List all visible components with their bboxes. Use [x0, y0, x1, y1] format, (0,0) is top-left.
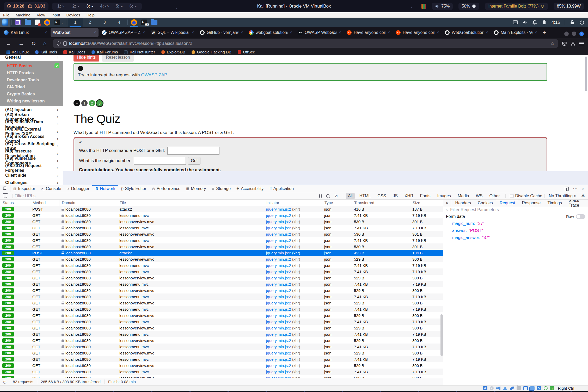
bookmark-item[interactable]: Kali Docs: [61, 50, 88, 54]
browser-tab[interactable]: webgoat solutions - ×: [247, 28, 295, 37]
initiator-link[interactable]: jquery.min.js:2: [266, 320, 291, 324]
tab-close-icon[interactable]: ×: [388, 30, 390, 35]
initiator-link[interactable]: jquery.min.js:2: [266, 370, 291, 374]
tray-icon[interactable]: [421, 4, 426, 9]
initiator-link[interactable]: jquery.min.js:2: [266, 251, 291, 255]
network-request-row[interactable]: 200 GET localhost:8080 lessonoverview.mv…: [0, 256, 443, 262]
disable-cache-checkbox[interactable]: [510, 194, 513, 198]
column-header[interactable]: Method: [30, 200, 59, 206]
initiator-link[interactable]: jquery.min.js:2: [266, 301, 291, 305]
initiator-link[interactable]: jquery.min.js:2: [266, 363, 291, 368]
host-key-capture-icon[interactable]: [550, 386, 554, 390]
status-indicator[interactable]: 50%: [458, 3, 479, 10]
bookmark-item[interactable]: Google Hacking DB: [189, 50, 234, 54]
type-filter[interactable]: XHR: [402, 193, 415, 199]
sidebar-lesson-item[interactable]: Developer Tools ✔: [0, 76, 63, 83]
network-request-row[interactable]: 200 GET localhost:8080 lessonoverview.mv…: [0, 287, 443, 293]
sidebar-lesson-item[interactable]: Writing new lesson ✔: [0, 97, 63, 105]
app-launcher-firefox[interactable]: [42, 18, 52, 27]
sidebar-item-general[interactable]: General ›: [0, 55, 63, 61]
volume-indicator[interactable]: 75%: [432, 3, 453, 10]
column-header[interactable]: Type: [322, 200, 352, 206]
host-workspace[interactable]: 6:: [130, 4, 137, 9]
column-header[interactable]: Transferred: [352, 200, 410, 206]
type-filter[interactable]: Media: [456, 193, 471, 199]
account-icon[interactable]: [571, 41, 575, 46]
initiator-link[interactable]: jquery.min.js:2: [266, 226, 291, 230]
reload-button[interactable]: ↻: [29, 40, 39, 47]
sidebar-lesson-item[interactable]: CIA Triad ✔: [0, 83, 63, 90]
kali-menu-button[interactable]: [0, 18, 10, 27]
maximize-button[interactable]: [572, 32, 576, 36]
initiator-link[interactable]: jquery.min.js:2: [266, 213, 291, 218]
filter-request-parameters-input[interactable]: [450, 207, 585, 212]
tab-close-icon[interactable]: ×: [535, 30, 537, 35]
initiator-link[interactable]: jquery.min.js:2: [266, 357, 291, 362]
network-request-row[interactable]: 200 GET localhost:8080 lessonoverview.mv…: [0, 300, 443, 306]
initiator-link[interactable]: jquery.min.js:2: [266, 232, 291, 236]
host-workspace[interactable]: 4:: [100, 4, 109, 9]
bookmark-item[interactable]: Kali Forums: [89, 50, 120, 54]
menu-icon[interactable]: [579, 42, 584, 45]
type-filter[interactable]: Images: [435, 193, 453, 199]
network-request-row[interactable]: 200 GET localhost:8080 lessonmenu.mvc jq…: [0, 212, 443, 218]
network-request-row[interactable]: 200 GET localhost:8080 lessonoverview.mv…: [0, 243, 443, 250]
devtools-tab[interactable]: Performance: [149, 185, 183, 192]
tab-close-icon[interactable]: ×: [45, 30, 47, 35]
column-header[interactable]: Initiator: [264, 200, 322, 206]
network-indicator[interactable]: Internet Familie Bolz (77%): [485, 3, 548, 10]
host-workspace[interactable]: 2:: [72, 4, 79, 9]
usb-icon[interactable]: [510, 386, 514, 390]
filter-urls-input[interactable]: [15, 194, 317, 198]
resize-grip[interactable]: [578, 387, 581, 390]
close-button[interactable]: ×: [579, 32, 584, 36]
previous-page-button[interactable]: ←: [74, 100, 80, 106]
initiator-link[interactable]: jquery.min.js:2: [266, 288, 291, 293]
page-scrollbar[interactable]: [585, 57, 587, 91]
pocket-save-icon[interactable]: [562, 41, 567, 46]
clear-requests-icon[interactable]: [4, 194, 7, 198]
vbox-menu-item[interactable]: File: [0, 13, 13, 17]
devtools-tab[interactable]: Inspector: [10, 185, 38, 192]
initiator-link[interactable]: jquery.min.js:2: [266, 282, 291, 286]
home-button[interactable]: ⌂: [41, 40, 49, 47]
browser-tab[interactable]: SQL – Wikipedia ×: [149, 28, 197, 37]
devtools-tab[interactable]: Application: [266, 185, 297, 192]
hint-prev-icon[interactable]: ←: [78, 66, 83, 71]
sidebar-lesson-item[interactable]: Crypto Basics ✔: [0, 90, 63, 97]
responsive-mode-icon[interactable]: [565, 187, 569, 191]
sidebar-category[interactable]: Client side ›: [0, 172, 63, 179]
form-data-param[interactable]: magic_num: "37": [443, 220, 588, 227]
vbox-menu-item[interactable]: Help: [83, 13, 98, 17]
page-info-icon[interactable]: [63, 41, 67, 46]
tab-close-icon[interactable]: ×: [437, 30, 439, 35]
seamless-windows-icon[interactable]: [530, 386, 535, 390]
initiator-link[interactable]: jquery.min.js:2: [266, 376, 291, 378]
url-bar[interactable]: localhost:8080/WebGoat/start.mvc#lesson/…: [53, 39, 558, 48]
network-request-row[interactable]: 200 GET localhost:8080 lessonmenu.mvc jq…: [0, 344, 443, 350]
gear-icon[interactable]: ✱: [578, 193, 588, 199]
network-request-row[interactable]: 200 GET localhost:8080 lessonmenu.mvc jq…: [0, 237, 443, 243]
details-tab[interactable]: Response: [518, 200, 544, 206]
raw-toggle[interactable]: [576, 214, 585, 219]
type-filter[interactable]: CSS: [375, 193, 388, 199]
initiator-link[interactable]: jquery.min.js:2: [266, 332, 291, 336]
network-request-row[interactable]: 200 GET localhost:8080 lessonmenu.mvc jq…: [0, 306, 443, 312]
network-request-row[interactable]: 200 GET localhost:8080 lessonoverview.mv…: [0, 218, 443, 225]
taskbar-workspace[interactable]: 1: [68, 18, 83, 27]
sidebar-lesson-item[interactable]: HTTP Proxies ✔: [0, 69, 63, 76]
browser-tab[interactable]: OWASP ZAP – ZAP i ×: [100, 28, 148, 37]
tab-close-icon[interactable]: ×: [339, 30, 341, 35]
browser-tab[interactable]: WebGoatSolutions/S ×: [443, 28, 491, 37]
hide-hints-button[interactable]: Hide hints: [74, 55, 99, 62]
bell-icon[interactable]: [532, 20, 537, 25]
browser-tab[interactable]: Main Exploits · WebG ×: [492, 28, 540, 37]
page-button[interactable]: 1: [81, 100, 88, 106]
devtools-menu-icon[interactable]: ⋯: [573, 186, 578, 192]
initiator-link[interactable]: jquery.min.js:2: [266, 263, 291, 268]
bookmark-item[interactable]: Kali Linux: [4, 50, 31, 54]
taskbar-workspace[interactable]: 4: [112, 18, 126, 27]
tab-close-icon[interactable]: ×: [143, 30, 145, 35]
shield-icon[interactable]: [56, 41, 61, 46]
network-request-row[interactable]: 200 GET localhost:8080 lessonmenu.mvc jq…: [0, 268, 443, 275]
